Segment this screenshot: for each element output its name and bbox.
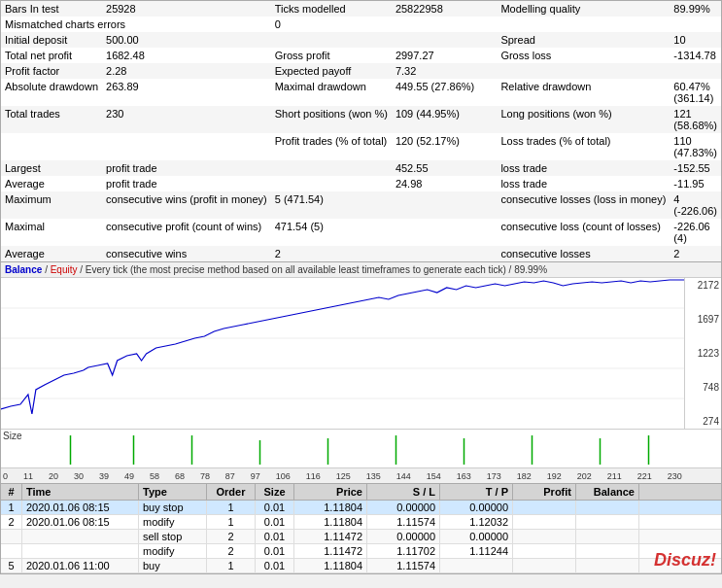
loss-trades-value: 110 (47.83%) [670, 133, 721, 160]
xaxis-section: 0 11 20 30 39 49 58 68 78 87 97 106 116 … [1, 467, 721, 483]
trade-order: 2 [207, 544, 256, 558]
x-label-87: 87 [225, 471, 235, 481]
x-label-11: 11 [23, 471, 33, 481]
trade-profit [513, 544, 576, 558]
short-pos-value: 109 (44.95%) [392, 106, 498, 133]
trade-row: 5 2020.01.06 11:00 buy 1 0.01 1.11804 1.… [1, 559, 721, 573]
trade-time: 2020.01.06 08:15 [22, 501, 139, 514]
x-label-106: 106 [276, 471, 291, 481]
gross-loss-label: Gross loss [497, 48, 670, 63]
trade-size: 0.01 [256, 501, 294, 514]
trade-tp: 0.00000 [440, 530, 513, 543]
stats-row-largest: Largest profit trade 452.55 loss trade -… [1, 160, 721, 176]
y-label-5: 2172 [687, 280, 719, 291]
net-profit-value: 1682.48 [102, 48, 271, 63]
size-section: Size [1, 429, 721, 467]
header-order: Order [207, 484, 256, 500]
balance-label: Balance [5, 264, 42, 275]
y-label-2: 748 [687, 382, 719, 393]
trade-row: 1 2020.01.06 08:15 buy stop 1 0.01 1.118… [1, 501, 721, 515]
long-pos-label: Long positions (won %) [497, 106, 670, 133]
modelling-quality-value: 89.99% [670, 1, 721, 17]
x-axis-labels: 0 11 20 30 39 49 58 68 78 87 97 106 116 … [3, 471, 682, 481]
consec-wins-label: consecutive wins (profit in money) [102, 191, 271, 219]
loss-trades-label: Loss trades (% of total) [497, 133, 670, 160]
net-profit-label: Total net profit [1, 48, 102, 63]
trade-order: 2 [207, 530, 256, 543]
abs-drawdown-label: Absolute drawdown [1, 79, 102, 106]
gross-profit-value: 2997.27 [392, 48, 498, 63]
x-label-154: 154 [427, 471, 441, 481]
average-loss-value: -11.95 [670, 176, 721, 191]
y-label-1: 274 [687, 416, 719, 427]
trade-order: 1 [207, 501, 256, 514]
header-time: Time [22, 484, 139, 500]
chart-header-text: / Every tick (the most precise method ba… [80, 264, 547, 275]
trade-tp: 0.00000 [440, 501, 513, 514]
stats-row-factor: Profit factor 2.28 Expected payoff 7.32 [1, 63, 721, 79]
consec-loss-count-label: consecutive loss (count of losses) [497, 219, 670, 246]
header-sl: S / L [367, 484, 440, 500]
trade-sl: 1.11574 [367, 515, 440, 529]
stats-row-max-consec: Maximum consecutive wins (profit in mone… [1, 191, 721, 219]
trade-size: 0.01 [256, 559, 294, 572]
stats-row-maximal-consec: Maximal consecutive profit (count of win… [1, 219, 721, 246]
header-price: Price [294, 484, 367, 500]
chart-header: Balance / Equity / Every tick (the most … [1, 262, 721, 278]
trade-row: modify 2 0.01 1.11472 1.11702 1.11244 [1, 544, 721, 559]
x-label-97: 97 [251, 471, 260, 481]
trade-sl: 1.11702 [367, 544, 440, 558]
x-label-192: 192 [547, 471, 562, 481]
x-label-163: 163 [457, 471, 471, 481]
trade-balance [576, 515, 639, 529]
trade-price: 1.11472 [294, 544, 367, 558]
average-profit-value: 24.98 [392, 176, 498, 191]
gross-profit-label: Gross profit [271, 48, 392, 63]
mismatched-label: Mismatched charts errors [1, 17, 271, 32]
average2-label: Average [1, 246, 102, 261]
average-loss-label: loss trade [497, 176, 670, 191]
header-profit: Profit [513, 484, 576, 500]
trade-type: sell stop [139, 530, 207, 543]
ticks-modelled-label: Ticks modelled [271, 1, 392, 17]
spread-label: Spread [497, 32, 670, 48]
chart-main [1, 278, 684, 429]
trade-tp: 1.11244 [440, 544, 513, 558]
x-label-211: 211 [607, 471, 622, 481]
x-label-230: 230 [668, 471, 682, 481]
trade-type: modify [139, 544, 207, 558]
header-num: # [1, 484, 22, 500]
trade-balance [576, 544, 639, 558]
x-label-221: 221 [637, 471, 652, 481]
expected-payoff-label: Expected payoff [271, 63, 392, 79]
consec-loss-count-value: -226.06 (4) [670, 219, 721, 246]
rel-drawdown-value: 60.47% (361.14) [670, 79, 721, 106]
avg-consec-losses-label: consecutive losses [497, 246, 670, 261]
stats-row-deposit: Initial deposit 500.00 Spread 10 [1, 32, 721, 48]
initial-deposit-value: 500.00 [102, 32, 271, 48]
trade-type: modify [139, 515, 207, 529]
trade-balance [576, 501, 639, 514]
trade-price: 1.11804 [294, 501, 367, 514]
avg-consec-wins-label: consecutive wins [102, 246, 271, 261]
trade-price: 1.11804 [294, 515, 367, 529]
stats-table: Bars In test 25928 Ticks modelled 258229… [1, 1, 721, 261]
largest-label: Largest [1, 160, 102, 176]
largest-profit-value: 452.55 [392, 160, 498, 176]
x-label-30: 30 [74, 471, 84, 481]
consec-profit-label: consecutive profit (count of wins) [102, 219, 271, 246]
x-label-144: 144 [396, 471, 411, 481]
trade-num: 1 [1, 501, 22, 514]
x-label-0: 0 [3, 471, 8, 481]
profit-trades-label: Profit trades (% of total) [271, 133, 392, 160]
maximal-label: Maximal [1, 219, 102, 246]
profit-factor-value: 2.28 [102, 63, 271, 79]
y-label-4: 1697 [687, 314, 719, 325]
x-label-20: 20 [49, 471, 58, 481]
trade-tp: 1.12032 [440, 515, 513, 529]
size-bars [1, 431, 684, 467]
trade-time: 2020.01.06 08:15 [22, 515, 139, 529]
x-label-39: 39 [99, 471, 109, 481]
trade-sl: 1.11574 [367, 559, 440, 572]
maximum-label: Maximum [1, 191, 102, 219]
